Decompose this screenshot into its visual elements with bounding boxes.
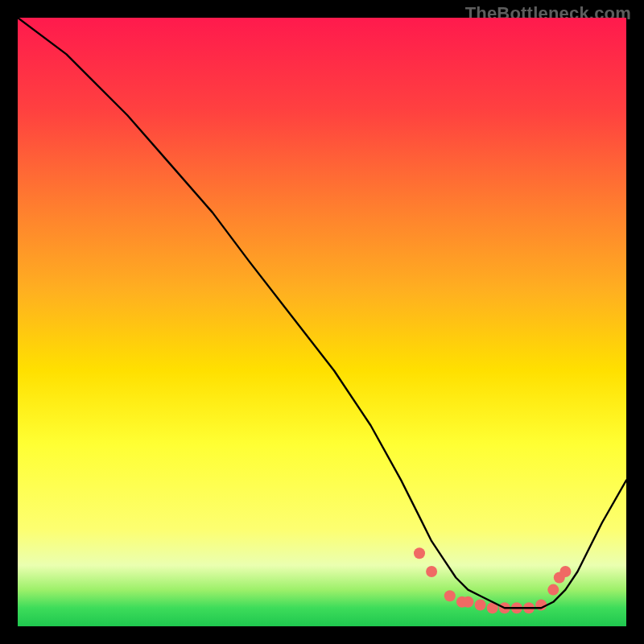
data-dot (523, 602, 535, 613)
data-dot (487, 602, 498, 613)
curve-svg (18, 18, 626, 626)
data-dot (426, 566, 437, 577)
data-dot (554, 572, 565, 584)
data-dot (499, 602, 510, 613)
chart-frame: TheBottleneck.com (0, 0, 644, 644)
data-dot (462, 597, 473, 608)
data-dot (547, 584, 559, 596)
bottleneck-curve (18, 18, 626, 608)
data-dot (535, 600, 547, 611)
data-dots (414, 547, 571, 613)
data-dot (414, 547, 425, 559)
plot-area (18, 18, 626, 626)
data-dot (511, 602, 522, 613)
data-dot (559, 566, 571, 577)
data-dot (444, 590, 456, 601)
data-dot (456, 597, 468, 608)
data-dot (475, 600, 486, 611)
